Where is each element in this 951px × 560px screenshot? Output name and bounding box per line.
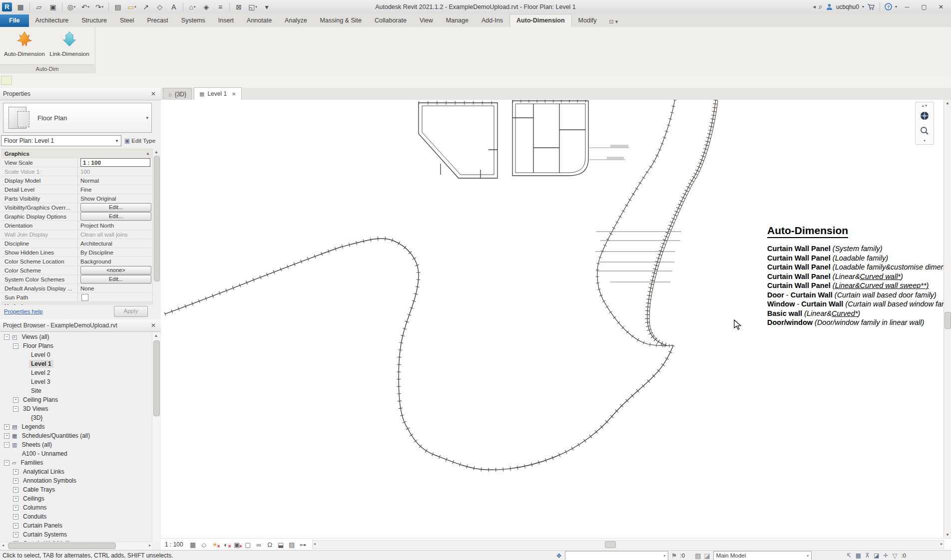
tab-modify[interactable]: Modify <box>572 14 603 27</box>
view-scale-button[interactable]: 1 : 100 <box>165 541 183 548</box>
customize-qat-icon[interactable]: ▾ <box>260 1 273 12</box>
view-tab-level-1[interactable]: ▦Level 1✕ <box>194 87 242 100</box>
close-button[interactable]: ✕ <box>934 1 948 12</box>
expand-icon[interactable]: + <box>4 433 9 439</box>
select-pinned-elements-icon[interactable]: ⊼ <box>865 552 870 559</box>
username[interactable]: ucbqhu0 <box>836 3 859 10</box>
property-checkbox[interactable] <box>81 294 88 301</box>
tab-analyze[interactable]: Analyze <box>278 14 313 27</box>
tab-add-ins[interactable]: Add-Ins <box>475 14 509 27</box>
canvas-vscrollbar[interactable]: ▲ ▼ <box>944 100 951 538</box>
tree-item-level-0[interactable]: Level 0 <box>1 350 153 359</box>
tree-item-legends[interactable]: +▤Legends <box>1 422 153 431</box>
crop-view-off-icon[interactable]: ▣× <box>233 541 241 549</box>
tree-item-cable-trays[interactable]: +Cable Trays <box>1 485 153 494</box>
tree-item-annotation-symbols[interactable]: +Annotation Symbols <box>1 476 153 485</box>
property-value[interactable]: Architectural <box>78 239 153 248</box>
tree-item-sheets-all-[interactable]: −▥Sheets (all) <box>1 440 153 449</box>
close-view-icon[interactable]: ✕ <box>232 91 236 97</box>
auto-dimension-button[interactable]: Auto-Dimension <box>3 29 46 63</box>
property-edit-button[interactable]: Edit... <box>80 275 151 283</box>
tab-steel[interactable]: Steel <box>113 14 141 27</box>
tree-item-site[interactable]: Site <box>1 386 153 395</box>
tab-file[interactable]: File <box>0 14 29 27</box>
property-value[interactable]: <none> <box>78 266 153 275</box>
canvas[interactable]: Auto-Dimension Curtain Wall Panel (Syste… <box>161 100 944 538</box>
expand-icon[interactable]: + <box>13 514 18 520</box>
project-browser-hscrollbar[interactable]: ◂ ▸ <box>1 542 152 549</box>
expand-icon[interactable]: + <box>13 496 18 502</box>
shadows-off-icon[interactable]: ◐× <box>222 541 230 549</box>
sync-with-central-icon[interactable]: ◎▾ <box>65 1 78 12</box>
expand-icon[interactable]: + <box>4 424 9 430</box>
tab-collaborate[interactable]: Collaborate <box>368 14 413 27</box>
tab-manage[interactable]: Manage <box>440 14 475 27</box>
property-value[interactable]: Background <box>78 257 153 266</box>
tab-insert[interactable]: Insert <box>212 14 240 27</box>
properties-help-link[interactable]: Properties help <box>4 308 42 314</box>
minimize-button[interactable]: ─ <box>900 1 914 12</box>
menu-icon[interactable]: ▦ <box>14 1 27 12</box>
scrollbar-thumb[interactable] <box>605 541 616 548</box>
select-underlay-elements-icon[interactable]: ▩ <box>856 552 861 559</box>
project-browser-header[interactable]: Project Browser - ExampleDemoUpload.rvt … <box>0 319 161 332</box>
canvas-hscrollbar[interactable]: ◂ ▸ <box>312 540 944 549</box>
tree-item-level-2[interactable]: Level 2 <box>1 368 153 377</box>
expand-icon[interactable]: + <box>13 532 18 538</box>
temporary-hide-isolate-icon[interactable]: ∞ <box>255 541 263 549</box>
tree-item-level-1[interactable]: Level 1 <box>1 359 153 368</box>
scroll-down-icon[interactable]: ▼ <box>944 532 951 538</box>
chevron-up-icon[interactable]: ▲ <box>146 304 150 305</box>
expand-icon[interactable]: + <box>13 487 18 493</box>
tree-item--3d-[interactable]: {3D} <box>1 413 153 422</box>
expand-icon[interactable]: + <box>13 523 18 529</box>
tab-architecture[interactable]: Architecture <box>29 14 75 27</box>
redo-icon[interactable]: ↷▾ <box>93 1 106 12</box>
property-edit-button[interactable]: Edit... <box>80 203 151 212</box>
section-icon[interactable]: ◈ <box>200 1 213 12</box>
properties-close-icon[interactable]: ✕ <box>149 90 158 97</box>
tree-item-ceiling-plans[interactable]: +Ceiling Plans <box>1 395 153 404</box>
instance-selector[interactable]: Floor Plan: Level 1 ▼ <box>1 135 121 146</box>
ribbon-display-toggle[interactable]: ⊡ ▾ <box>606 16 621 27</box>
tree-item-analytical-links[interactable]: +Analytical Links <box>1 467 153 476</box>
link-dimension-button[interactable]: Link-Dimension <box>48 29 91 63</box>
thin-lines-icon[interactable]: ≡ <box>214 1 227 12</box>
tree-item-views-all-[interactable]: −◰Views (all) <box>1 332 153 341</box>
type-selector-dropdown-icon[interactable]: ▾ <box>146 115 148 120</box>
scrollbar-thumb[interactable] <box>153 340 160 416</box>
active-design-option-icon[interactable]: ◪ <box>704 552 710 560</box>
drag-elements-on-selection-icon[interactable]: ✛ <box>883 552 888 559</box>
tab-massing-site[interactable]: Massing & Site <box>314 14 368 27</box>
property-value-focused[interactable]: 1 : 100 <box>80 158 150 167</box>
save-icon[interactable]: ▣ <box>46 1 59 12</box>
property-value[interactable]: 1 : 100 <box>78 158 153 167</box>
zoom-icon[interactable] <box>918 124 932 138</box>
property-edit-button[interactable]: <none> <box>80 266 151 275</box>
default-3d-view-icon[interactable]: ⌂▾ <box>186 1 199 12</box>
view-tab--3d-[interactable]: ⌂{3D} <box>163 88 192 100</box>
active-workset-select[interactable]: ▼ <box>565 551 668 560</box>
collapse-icon[interactable]: − <box>13 406 18 412</box>
project-browser-vscrollbar[interactable]: ▲ <box>152 332 160 542</box>
collapse-icon[interactable]: − <box>13 343 18 349</box>
help-dropdown-icon[interactable]: ▾ <box>895 4 897 9</box>
tree-item-a100-unnamed[interactable]: A100 - Unnamed <box>1 449 153 458</box>
tree-item-curtain-systems[interactable]: +Curtain Systems <box>1 530 153 539</box>
scroll-up-icon[interactable]: ▲ <box>153 149 160 155</box>
design-options-dialog-icon[interactable]: ▤ <box>695 552 701 560</box>
properties-header[interactable]: Properties ✕ <box>0 88 161 100</box>
scrollbar-thumb[interactable] <box>154 156 160 281</box>
tree-item-columns[interactable]: +Columns <box>1 503 153 512</box>
property-value[interactable]: Clean all wall joins <box>78 230 153 239</box>
scrollbar-thumb[interactable] <box>945 312 951 329</box>
scrollbar-thumb[interactable] <box>8 543 116 549</box>
property-value[interactable]: Project North <box>78 221 153 230</box>
tree-item-families[interactable]: −▱Families <box>1 458 153 467</box>
property-value[interactable]: Edit... <box>78 275 153 283</box>
tab-systems[interactable]: Systems <box>175 14 212 27</box>
tab-auto-dimension[interactable]: Auto-Dimension <box>509 14 572 27</box>
tree-item-floor-plans[interactable]: −Floor Plans <box>1 341 153 350</box>
text-icon[interactable]: A <box>167 1 180 12</box>
switch-windows-icon[interactable]: ◱▾ <box>246 1 259 12</box>
